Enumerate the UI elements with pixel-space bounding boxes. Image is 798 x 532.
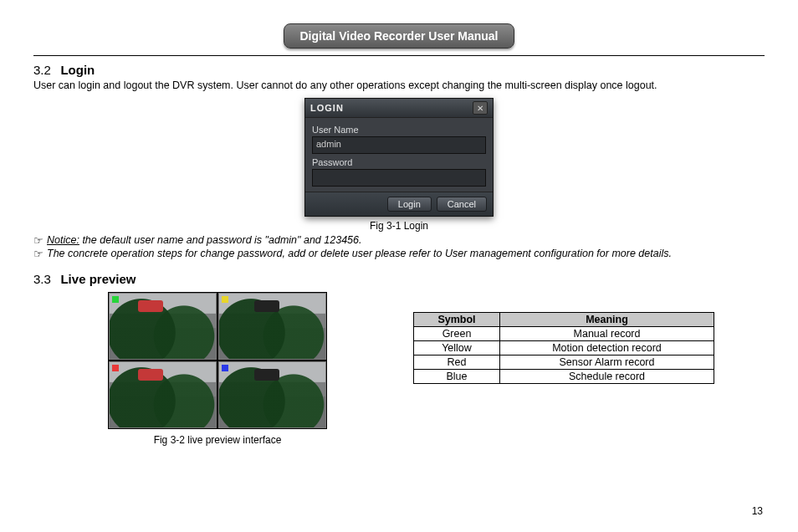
camera-cell-4 bbox=[218, 361, 326, 428]
legend-table: Symbol Meaning Green Manual record Yello… bbox=[413, 312, 714, 384]
meaning-cell: Schedule record bbox=[500, 370, 714, 384]
symbol-cell: Blue bbox=[414, 370, 500, 384]
document-title: Digital Video Recorder User Manual bbox=[284, 23, 514, 49]
camera-cell-3 bbox=[109, 361, 217, 428]
section-title: Live preview bbox=[60, 272, 136, 286]
cancel-button[interactable]: Cancel bbox=[437, 197, 487, 212]
password-input[interactable] bbox=[312, 169, 486, 187]
password-label: Password bbox=[312, 157, 486, 167]
body-paragraph: User can login and logout the DVR system… bbox=[33, 79, 765, 91]
login-dialog-title: LOGIN bbox=[310, 103, 344, 113]
horizontal-rule bbox=[33, 55, 765, 56]
table-row: Yellow Motion detection record bbox=[414, 341, 714, 356]
symbol-cell: Red bbox=[414, 356, 500, 370]
table-header-symbol: Symbol bbox=[414, 313, 500, 327]
pointer-icon: ☞ bbox=[33, 234, 47, 247]
meaning-cell: Sensor Alarm record bbox=[500, 356, 714, 370]
symbol-cell: Green bbox=[414, 327, 500, 341]
status-dot-blue bbox=[222, 365, 228, 371]
table-header-meaning: Meaning bbox=[500, 313, 714, 327]
notice-line: Notice: the default user name and passwo… bbox=[47, 234, 361, 247]
status-dot-green bbox=[112, 296, 119, 303]
username-input[interactable]: admin bbox=[312, 136, 486, 154]
car-icon bbox=[254, 300, 279, 312]
meaning-cell: Manual record bbox=[500, 327, 714, 341]
car-icon bbox=[138, 300, 163, 312]
car-icon bbox=[254, 369, 279, 381]
symbol-cell: Yellow bbox=[414, 341, 500, 356]
login-button[interactable]: Login bbox=[387, 197, 432, 212]
table-row: Green Manual record bbox=[414, 327, 714, 341]
section-title: Login bbox=[60, 63, 95, 77]
status-dot-red bbox=[112, 365, 119, 371]
figure-caption: Fig 3-2 live preview interface bbox=[154, 434, 282, 446]
pointer-icon: ☞ bbox=[33, 248, 47, 260]
figure-caption: Fig 3-1 Login bbox=[370, 220, 428, 232]
camera-cell-2 bbox=[218, 293, 326, 360]
status-dot-yellow bbox=[222, 296, 228, 303]
live-preview-grid bbox=[108, 292, 327, 429]
section-number: 3.2 bbox=[33, 63, 57, 77]
section-heading: 3.3 Live preview bbox=[33, 272, 765, 287]
section-heading: 3.2 Login bbox=[33, 63, 765, 78]
meaning-cell: Motion detection record bbox=[500, 341, 714, 356]
notice-text: the default user name and password is "a… bbox=[79, 234, 362, 246]
login-dialog: LOGIN ✕ User Name admin Password Login C… bbox=[304, 98, 494, 217]
table-header-row: Symbol Meaning bbox=[414, 313, 714, 327]
table-row: Blue Schedule record bbox=[414, 370, 714, 384]
notice-text: The concrete operation steps for change … bbox=[47, 248, 672, 260]
camera-cell-1 bbox=[109, 293, 217, 360]
section-number: 3.3 bbox=[33, 272, 57, 286]
close-icon[interactable]: ✕ bbox=[473, 101, 488, 115]
car-icon bbox=[138, 369, 163, 381]
username-label: User Name bbox=[312, 125, 486, 135]
notice-prefix: Notice: bbox=[47, 234, 79, 246]
page-number: 13 bbox=[752, 505, 763, 517]
table-row: Red Sensor Alarm record bbox=[414, 356, 714, 370]
